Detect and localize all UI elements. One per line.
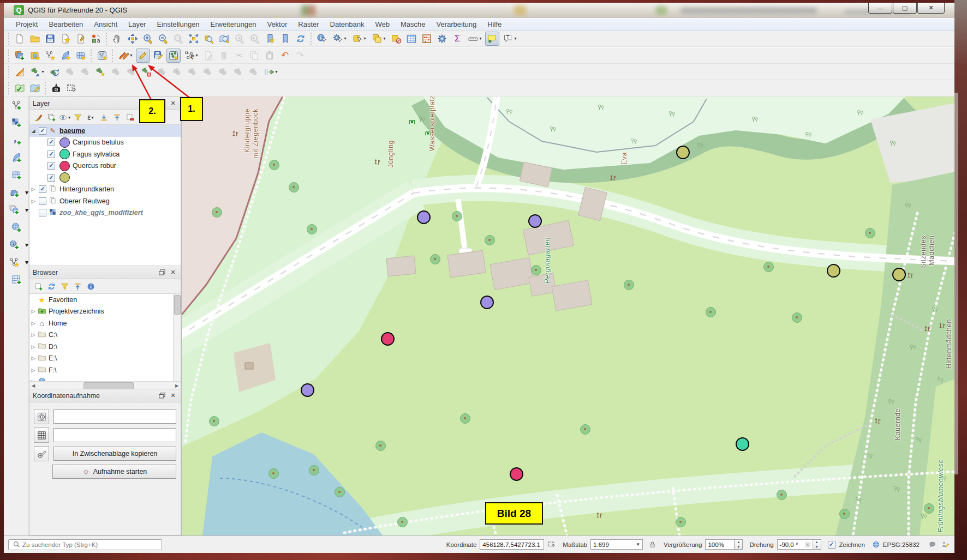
pan-map-button[interactable] [110,32,124,46]
new-mesh-layer-button[interactable] [74,49,88,63]
menu-bearbeiten[interactable]: Bearbeiten [43,19,88,29]
legend-class-row[interactable]: Quercus robur [29,160,181,172]
rotation-input[interactable]: -90,0 °× [777,539,813,550]
expander-icon[interactable]: ▷ [29,344,37,350]
properties-widget-button[interactable] [85,280,97,292]
current-edits-button[interactable]: ▾ [116,49,135,63]
class-visibility-checkbox[interactable] [47,174,55,182]
browser-panel-header[interactable]: Browser ✕ [29,266,181,279]
browser-item-D:\[interactable]: ▷D:\ [29,341,181,353]
move-feature-button[interactable]: ▾ [28,65,46,79]
menu-erweiterungen[interactable]: Erweiterungen [205,19,262,29]
browser-item-Home[interactable]: ▷⌂Home [29,317,181,329]
browser-item-label[interactable]: D:\ [49,343,57,351]
render-checkbox[interactable] [828,541,835,549]
legend-class-row[interactable]: Carpinus betulus [29,137,181,149]
dropdown-arrow-icon[interactable]: ▾ [275,69,277,74]
delete-part-button[interactable] [139,65,153,79]
layer-name[interactable]: Oberer Reutweg [59,197,110,205]
layer-row-Hintergrundkarten[interactable]: ▷Hintergrundkarten [29,184,181,196]
map-library-plugin-button[interactable] [13,81,27,95]
browser-horizontal-scrollbar[interactable]: ◀ ▶ [29,381,181,389]
collapse-all-browser-button[interactable] [71,280,83,292]
menu-datenbank[interactable]: Datenbank [325,19,370,29]
dropdown-arrow-icon[interactable]: ▾ [514,36,516,41]
title-bar[interactable]: Q QGIS für Pilzfreunde 20 - QGIS — ▢ ✕ [4,3,954,19]
clear-icon[interactable]: × [805,542,810,547]
open-layer-styling-button[interactable] [32,111,44,123]
filter-browser-button[interactable] [58,280,70,292]
style-manager-button[interactable] [89,32,103,46]
show-statistics-button[interactable]: Σ [450,32,464,46]
layer-name[interactable]: Hintergrundkarten [59,185,114,193]
float-panel-icon[interactable] [158,392,166,400]
add-wms-layer-button[interactable] [7,203,21,217]
map-edit-plugin-button[interactable] [28,81,42,95]
zoom-in-button[interactable] [141,32,155,46]
legend-class-row[interactable]: Fagus sylvatica [29,148,181,160]
text-annotation-button[interactable]: ▾ [500,32,519,46]
filter-by-expression-button[interactable]: ε▾ [85,111,97,123]
scale-combobox[interactable]: 1:699▼ [590,539,643,550]
add-mesh-layer-button[interactable] [9,168,23,182]
new-project-button[interactable] [13,32,27,46]
scroll-left-arrow[interactable]: ◀ [29,383,37,388]
class-visibility-checkbox[interactable] [47,139,55,146]
add-group-button[interactable] [45,111,57,123]
browser-item-Projektverzeichnis[interactable]: ▷Projektverzeichnis [29,306,181,318]
identify-features-button[interactable] [315,32,329,46]
data-source-manager-button[interactable] [13,49,27,63]
legend-class-row[interactable] [29,172,181,184]
browser-item-Favoriten[interactable]: ★Favoriten [29,294,181,306]
class-visibility-checkbox[interactable] [47,150,55,158]
magnifier-spinner[interactable]: ▲▼ [735,539,743,550]
layer-name[interactable]: zoo_khe_qgis_modifiziert [59,209,143,216]
new-shapefile-layer-button[interactable] [43,49,57,63]
remove-layer-button[interactable] [124,111,136,123]
refresh-browser-button[interactable] [45,280,57,292]
expander-icon[interactable]: ▷ [29,332,37,338]
browser-item-E:\[interactable]: ▷E:\ [29,353,181,365]
menu-projekt[interactable]: Projekt [10,19,43,29]
run-feature-action-button[interactable]: ▾ [330,32,349,46]
toolbar-handle[interactable] [7,82,11,94]
menu-verarbeitung[interactable]: Verarbeitung [431,19,482,29]
locator-search[interactable] [8,539,162,550]
collapse-all-button[interactable] [111,111,123,123]
dropdown-arrow-icon[interactable]: ▾ [479,36,481,41]
select-by-value-button[interactable]: ▾ [369,32,388,46]
expander-icon[interactable]: ◢ [29,128,37,134]
layer-visibility-checkbox[interactable] [39,197,46,205]
layer-visibility-checkbox[interactable] [39,185,46,193]
new-geopackage-layer-button[interactable] [28,49,42,63]
browser-item-label[interactable]: Home [49,320,67,327]
expander-icon[interactable]: ▷ [29,198,37,204]
crs-selector-icon[interactable] [34,409,49,424]
menu-einstellungen[interactable]: Einstellungen [152,19,205,29]
zoom-out-button[interactable] [156,32,170,46]
open-project-button[interactable] [28,32,42,46]
rotate-feature-button[interactable] [47,65,62,79]
coordinate-grid-icon[interactable] [34,427,49,443]
toolbar-handle[interactable] [7,33,11,45]
coordinate-panel-header[interactable]: Koordinatenaufnahme ✕ [29,389,181,402]
zoom-to-selection-button[interactable] [202,32,216,46]
select-features-button[interactable]: ▾ [350,32,368,46]
manage-map-themes-button[interactable]: ▾ [58,111,70,123]
advanced-digitizing-button[interactable] [13,65,27,79]
start-capture-button[interactable]: Aufnahme starten [52,465,176,479]
toggle-editing-button[interactable] [136,49,150,63]
dropdown-arrow-icon[interactable]: ▾ [383,36,385,41]
open-attribute-table-button[interactable] [404,32,419,46]
deselect-features-button[interactable] [389,32,403,46]
expander-icon[interactable]: ▷ [29,379,37,381]
menu-layer[interactable]: Layer [123,19,152,29]
statistical-summary-button[interactable] [420,32,434,46]
save-layer-edits-button[interactable] [151,49,165,63]
expander-icon[interactable]: ▷ [29,356,37,361]
pan-to-selection-button[interactable] [126,32,140,46]
add-wfs-layer-button[interactable] [7,238,21,252]
menu-masche[interactable]: Masche [395,19,431,29]
new-spatialite-layer-button[interactable] [58,49,73,63]
coordinate-input[interactable] [480,539,544,550]
